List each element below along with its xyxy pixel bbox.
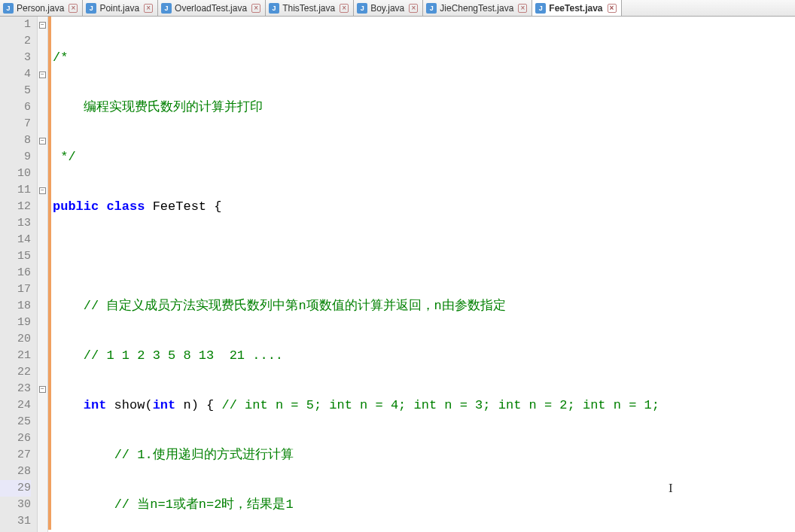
code-editor: 1234567891011121314151617181920212223242… <box>0 17 795 532</box>
line-number: 1 <box>0 17 31 33</box>
fold-cell <box>38 99 47 116</box>
punctuation: { <box>214 199 221 214</box>
fold-cell <box>38 447 47 464</box>
code-area[interactable]: /* 编程实现费氏数列的计算并打印 */ public class FeeTes… <box>51 17 795 532</box>
comment: // 当n=1或者n=2时，结果是1 <box>114 497 294 512</box>
fold-cell <box>38 315 47 331</box>
java-file-icon: J <box>3 3 14 14</box>
java-file-icon: J <box>426 3 437 14</box>
line-number: 16 <box>0 265 31 281</box>
tab-label: Point.java <box>99 3 139 14</box>
line-number: 6 <box>0 99 31 116</box>
punctuation: ( <box>145 398 152 412</box>
fold-cell <box>38 497 47 513</box>
tab-label: Boy.java <box>370 3 404 14</box>
keyword: int <box>153 398 176 412</box>
java-file-icon: J <box>269 3 279 14</box>
identifier: n <box>175 398 190 412</box>
fold-toggle-icon[interactable]: − <box>39 22 46 29</box>
tab-label: JieChengTest.java <box>440 3 513 14</box>
fold-cell <box>38 430 47 447</box>
fold-cell <box>38 298 47 315</box>
line-number: 13 <box>0 215 31 232</box>
fold-cell <box>38 397 47 414</box>
tab-label: ThisTest.java <box>282 3 335 14</box>
fold-cell <box>38 149 47 166</box>
java-file-icon: J <box>357 3 367 14</box>
line-number: 27 <box>0 447 31 464</box>
tab-label: OverloadTest.java <box>175 3 247 14</box>
i-beam-cursor-icon: I <box>669 480 673 497</box>
line-number: 8 <box>0 132 31 149</box>
fold-cell <box>38 166 47 182</box>
fold-cell <box>38 480 47 497</box>
fold-cell: − <box>38 381 47 397</box>
line-number: 20 <box>0 331 31 348</box>
line-number: 15 <box>0 248 31 265</box>
tab-bar: JPerson.java×JPoint.java×JOverloadTest.j… <box>0 0 795 17</box>
line-number: 12 <box>0 199 31 215</box>
fold-cell <box>38 265 47 281</box>
fold-cell: − <box>38 132 47 149</box>
fold-cell <box>38 215 47 232</box>
java-file-icon: J <box>161 3 172 14</box>
close-icon[interactable]: × <box>340 4 349 13</box>
tab-person-java[interactable]: JPerson.java× <box>0 0 83 16</box>
fold-cell: − <box>38 17 47 33</box>
java-file-icon: J <box>86 3 96 14</box>
close-icon[interactable]: × <box>608 4 617 13</box>
fold-cell: − <box>38 182 47 199</box>
tab-overloadtest-java[interactable]: JOverloadTest.java× <box>158 0 266 16</box>
tab-point-java[interactable]: JPoint.java× <box>83 0 158 16</box>
fold-cell <box>38 248 47 265</box>
fold-cell <box>38 116 47 132</box>
close-icon[interactable]: × <box>409 4 418 13</box>
close-icon[interactable]: × <box>518 4 527 13</box>
fold-cell <box>38 331 47 348</box>
tab-label: FeeTest.java <box>549 3 602 14</box>
fold-cell <box>38 464 47 480</box>
close-icon[interactable]: × <box>144 4 153 13</box>
line-number: 4 <box>0 66 31 83</box>
tab-boy-java[interactable]: JBoy.java× <box>354 0 423 16</box>
line-number: 29 <box>0 480 31 497</box>
fold-cell <box>38 281 47 298</box>
comment: /* <box>53 50 68 65</box>
fold-toggle-icon[interactable]: − <box>39 71 46 78</box>
line-number: 31 <box>0 513 31 530</box>
fold-cell <box>38 83 47 99</box>
comment: // 1.使用递归的方式进行计算 <box>114 448 294 462</box>
line-number: 5 <box>0 83 31 99</box>
identifier: show <box>106 398 145 412</box>
line-number: 19 <box>0 315 31 331</box>
close-icon[interactable]: × <box>251 4 260 13</box>
close-icon[interactable]: × <box>69 4 78 13</box>
fold-cell <box>38 513 47 530</box>
fold-gutter: −−−−− <box>38 17 48 532</box>
line-number: 25 <box>0 414 31 430</box>
fold-toggle-icon[interactable]: − <box>39 187 46 194</box>
java-file-icon: J <box>535 3 546 14</box>
fold-toggle-icon[interactable]: − <box>39 386 46 393</box>
fold-cell <box>38 232 47 248</box>
keyword: class <box>106 199 145 214</box>
comment: */ <box>53 150 76 164</box>
tab-feetest-java[interactable]: JFeeTest.java× <box>532 0 621 16</box>
fold-toggle-icon[interactable]: − <box>39 138 46 144</box>
identifier: FeeTest <box>145 199 214 214</box>
line-number: 3 <box>0 50 31 66</box>
tab-thistest-java[interactable]: JThisTest.java× <box>266 0 354 16</box>
tab-jiechengtest-java[interactable]: JJieChengTest.java× <box>423 0 532 16</box>
line-number: 26 <box>0 430 31 447</box>
line-number: 18 <box>0 298 31 315</box>
line-number: 9 <box>0 149 31 166</box>
fold-cell <box>38 414 47 430</box>
punctuation: ) { <box>191 398 222 412</box>
comment: // 自定义成员方法实现费氏数列中第n项数值的计算并返回，n由参数指定 <box>84 299 506 313</box>
keyword: public <box>53 199 99 214</box>
line-number: 7 <box>0 116 31 132</box>
fold-cell <box>38 50 47 66</box>
line-number: 10 <box>0 166 31 182</box>
fold-cell <box>38 33 47 50</box>
fold-cell <box>38 348 47 364</box>
